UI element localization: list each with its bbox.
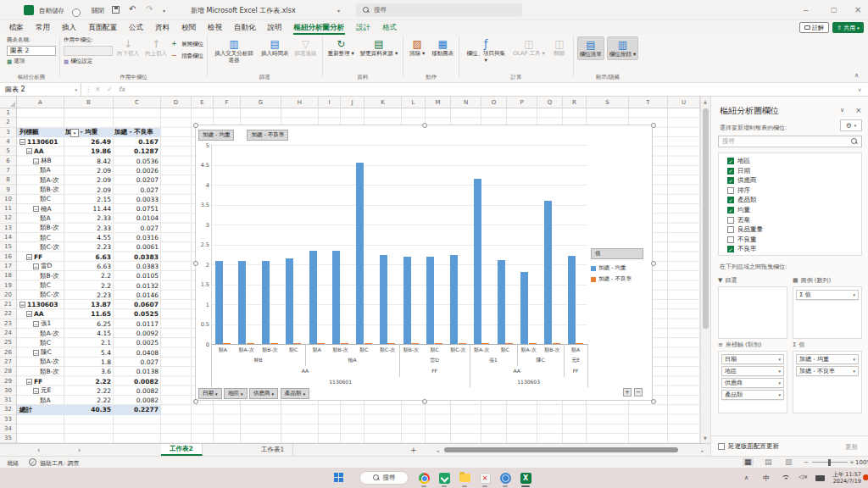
add-sheet-button[interactable]: +	[410, 446, 417, 454]
app-icon-x[interactable]: ✕	[478, 471, 492, 485]
insert-timeline-button[interactable]: ▤插入時間表	[259, 36, 291, 58]
file-explorer-icon[interactable]	[458, 471, 471, 485]
axis-field-button-供應商[interactable]: 供應商▾	[249, 388, 278, 399]
fields-items-sets-button[interactable]: ƒ欄位、項目與集 ▾	[463, 36, 509, 65]
scroll-right-icon[interactable]: ▸	[701, 448, 704, 453]
chart-selection-handle[interactable]	[193, 123, 198, 128]
pivot-row-檢A[interactable]: −檢A11.440.0751	[17, 204, 161, 214]
pivot-row-AA[interactable]: −AA11.650.0525	[17, 309, 161, 319]
drill-down-button[interactable]: ↓向下切入	[115, 36, 141, 58]
start-button[interactable]	[332, 471, 346, 485]
sheet-tab-工作表2[interactable]: 工作表2	[161, 444, 203, 456]
row-header-17[interactable]: 17	[0, 262, 16, 271]
axis-field-button-日期[interactable]: 日期▾	[198, 388, 222, 399]
collapse-field-button[interactable]: −摺疊欄位	[171, 52, 203, 60]
insert-slicer-button[interactable]: ▥插入交叉分析篩選器	[211, 36, 257, 65]
pivot-row-類B-次[interactable]: 類B-次2.330.027	[17, 224, 161, 233]
pivot-row-類B-次[interactable]: 類B-次2.20.0105	[17, 271, 161, 280]
chart-name-input[interactable]: 圖表 2	[7, 46, 56, 56]
pivot-row-類C-次[interactable]: 類C-次2.230.0146	[17, 291, 161, 300]
share-button[interactable]: ⇧ 共用 ▾	[832, 22, 864, 33]
column-header-N[interactable]: N	[451, 97, 481, 108]
unchecked-checkbox[interactable]	[727, 226, 734, 233]
axis-area-box[interactable]: 日期▾地區▾供應商▾產品類▾	[718, 351, 787, 413]
browser-icon[interactable]	[498, 471, 512, 485]
bar-加總 - 均重-0[interactable]	[215, 261, 223, 344]
bar-加總 - 不良率-12[interactable]	[505, 343, 513, 344]
legend-area-box[interactable]: Σ 值▾	[793, 286, 862, 339]
row-header-31[interactable]: 31	[0, 396, 16, 405]
column-header-F[interactable]: F	[214, 97, 241, 108]
pivot-row-類C[interactable]: 類C2.10.0025	[17, 338, 161, 347]
drill-up-button[interactable]: ↑向上切入	[143, 36, 169, 58]
collapse-toggle-icon[interactable]: −	[33, 350, 39, 356]
olap-tools-button[interactable]: ◫OLAP 工具 ▾	[511, 36, 547, 58]
checked-checkbox[interactable]: ✓	[727, 197, 734, 203]
pivot-row-類B-次[interactable]: 類B-次2.090.027	[17, 185, 161, 194]
row-header-11[interactable]: 11	[0, 204, 16, 214]
editor-app-icon[interactable]	[437, 471, 451, 485]
chart-selection-handle[interactable]	[651, 261, 656, 266]
row-header-28[interactable]: 28	[0, 367, 16, 376]
field-item-均重[interactable]: ✓均重	[727, 206, 750, 214]
row-header-12[interactable]: 12	[0, 214, 16, 223]
defer-checkbox[interactable]	[718, 443, 725, 450]
chart-field-button-加總 - 不良率[interactable]: 加總 - 不良率	[247, 130, 288, 141]
filters-area-box[interactable]	[718, 286, 787, 339]
bar-加總 - 不良率-13[interactable]	[529, 343, 537, 344]
collapse-toggle-icon[interactable]: −	[26, 311, 32, 317]
column-header-K[interactable]: K	[364, 97, 402, 108]
pivot-row-類C[interactable]: 類C4.550.0316	[17, 233, 161, 242]
column-header-G[interactable]: G	[241, 97, 281, 108]
chart-selection-handle[interactable]	[651, 399, 656, 404]
row-header-5[interactable]: 5	[0, 147, 16, 156]
excel-taskbar-icon[interactable]: X	[519, 471, 532, 485]
row-header-8[interactable]: 8	[0, 175, 16, 185]
row-header-22[interactable]: 22	[0, 309, 16, 319]
bar-加總 - 不良率-9[interactable]	[435, 343, 442, 344]
bar-加總 - 均重-14[interactable]	[544, 201, 552, 344]
menu-tab-自動化[interactable]: 自動化	[228, 20, 262, 35]
area-pill-加總 - 不良率[interactable]: 加總 - 不良率▾	[796, 366, 859, 376]
bar-加總 - 不良率-14[interactable]	[553, 343, 560, 344]
menu-tab-插入[interactable]: 插入	[56, 20, 82, 35]
tools-button[interactable]: ⚙ ▾	[840, 119, 862, 131]
column-header-P[interactable]: P	[507, 97, 537, 108]
bar-加總 - 不良率-10[interactable]	[459, 343, 466, 344]
undo-icon[interactable]: ↶	[129, 4, 136, 14]
vertical-scrollbar[interactable]: ▲ ▼	[700, 97, 710, 443]
field-item-丟棄[interactable]: 丟棄	[727, 216, 750, 225]
normal-view-icon[interactable]: ▦	[743, 458, 754, 466]
menu-tab-說明[interactable]: 說明	[262, 20, 288, 35]
collapse-toggle-icon[interactable]: −	[33, 158, 39, 164]
expand-field-button[interactable]: +展開欄位	[171, 40, 203, 48]
bar-加總 - 均重-2[interactable]	[262, 261, 270, 344]
pivot-row-雷D[interactable]: −雷D6.630.0383	[17, 262, 161, 271]
zoom-in-icon[interactable]: +	[849, 459, 854, 466]
restore-button[interactable]: ▢	[831, 6, 837, 14]
bar-加總 - 均重-8[interactable]	[403, 257, 411, 344]
document-title[interactable]: 新增 Microsoft Excel 工作表.xlsx	[191, 6, 296, 15]
column-header-D[interactable]: D	[161, 97, 192, 108]
page-layout-view-icon[interactable]: ▤	[765, 458, 772, 466]
row-header-21[interactable]: 21	[0, 300, 16, 309]
bar-加總 - 均重-5[interactable]	[332, 251, 340, 344]
row-header-18[interactable]: 18	[0, 271, 16, 280]
bar-加總 - 均重-10[interactable]	[450, 255, 458, 344]
row-header-25[interactable]: 25	[0, 338, 16, 347]
field-item-排序[interactable]: 排序	[727, 186, 750, 195]
chart-selection-handle[interactable]	[422, 123, 427, 128]
pivot-row-總計[interactable]: 總計40.350.2277	[17, 405, 161, 414]
column-header-B[interactable]: B	[64, 97, 114, 108]
row-header-26[interactable]: 26	[0, 348, 16, 358]
collapse-toggle-icon[interactable]: −	[33, 321, 39, 327]
area-pill-供應商[interactable]: 供應商▾	[721, 378, 784, 388]
row-header-1[interactable]: 1	[0, 108, 16, 118]
pane-close-icon[interactable]: ×	[855, 106, 862, 114]
checked-checkbox[interactable]: ✓	[727, 158, 734, 164]
row-header-23[interactable]: 23	[0, 319, 16, 329]
collapse-toggle-icon[interactable]: −	[26, 379, 32, 385]
bar-加總 - 不良率-8[interactable]	[411, 343, 419, 344]
accessibility-status[interactable]: 協助工具: 調查	[40, 459, 80, 468]
row-header-35[interactable]: 35	[0, 434, 16, 443]
